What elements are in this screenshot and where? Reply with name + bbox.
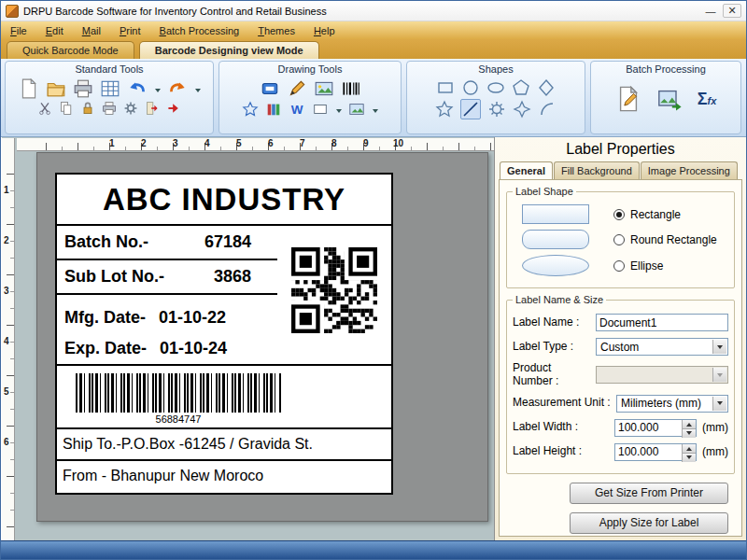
sublot-value: 3868	[214, 267, 251, 287]
star-shape-icon[interactable]	[435, 100, 454, 119]
tab-fill-background[interactable]: Fill Background	[554, 161, 640, 179]
label-height-input[interactable]	[615, 444, 679, 460]
app-window: DRPU Barcode Software for Inventory Cont…	[0, 0, 747, 560]
image-batch-icon[interactable]	[656, 86, 683, 112]
label-ship-to-text[interactable]: Ship To.-P.O.Box -61245 / Gravida St.	[57, 429, 391, 461]
chevron-down-icon[interactable]	[712, 397, 726, 411]
pencil-icon[interactable]	[287, 78, 307, 99]
apply-size-for-label-button[interactable]: Apply Size for Label	[570, 512, 728, 534]
get-size-from-printer-button[interactable]: Get Size From Printer	[570, 483, 728, 504]
label-type-select[interactable]: Custom	[596, 338, 728, 356]
ruler-number: 1	[109, 138, 115, 148]
barcode-scanner-icon[interactable]	[260, 78, 280, 99]
open-folder-icon[interactable]	[46, 78, 66, 99]
undo-dropdown-caret[interactable]	[155, 89, 161, 95]
menu-batch-processing[interactable]: Batch Processing	[160, 25, 240, 36]
rectangle-preview[interactable]	[522, 204, 589, 224]
menu-mail[interactable]: Mail	[82, 25, 101, 36]
exit-icon[interactable]	[166, 101, 181, 116]
print-icon[interactable]	[73, 78, 93, 99]
tab-image-processing[interactable]: Image Processing	[641, 161, 738, 179]
four-point-star-icon[interactable]	[513, 100, 531, 119]
menu-edit[interactable]: Edit	[46, 25, 63, 36]
rectangle-tool-icon[interactable]	[312, 101, 329, 118]
print-preview-icon[interactable]	[102, 101, 117, 116]
picture-tool-icon[interactable]	[348, 101, 365, 118]
circle-shape-icon[interactable]	[461, 78, 480, 97]
redo-icon[interactable]	[167, 78, 188, 99]
barcode-icon[interactable]	[341, 78, 361, 99]
cut-icon[interactable]	[37, 101, 52, 116]
books-icon[interactable]	[265, 101, 282, 118]
rectangle-radio[interactable]	[613, 209, 625, 220]
tab-quick-barcode-mode[interactable]: Quick Barcode Mode	[7, 41, 134, 59]
label-barcode-section[interactable]: 56884747	[57, 366, 391, 429]
label-width-spinner[interactable]	[614, 419, 697, 437]
label-height-spinner[interactable]	[614, 443, 697, 461]
measurement-unit-select[interactable]: Milimeters (mm)	[616, 395, 728, 413]
ruler-number: 2	[4, 235, 9, 245]
rectangle-tool-caret[interactable]	[336, 109, 342, 116]
round-rectangle-preview[interactable]	[522, 230, 589, 249]
label-mfg-row[interactable]: Mfg. Date- 01-10-22	[57, 302, 277, 333]
qr-code[interactable]	[291, 247, 377, 333]
label-name-input[interactable]	[596, 314, 728, 331]
menu-print[interactable]: Print	[120, 25, 141, 36]
pentagon-shape-icon[interactable]	[512, 78, 530, 97]
round-rectangle-option-label: Round Rectangle	[630, 233, 717, 246]
group-label: Standard Tools	[75, 63, 143, 75]
insert-image-icon[interactable]	[314, 78, 334, 99]
ellipse-shape-icon[interactable]	[486, 78, 505, 97]
mfg-label: Mfg. Date-	[64, 308, 146, 328]
label-name-size-legend: Label Name & Size	[513, 294, 606, 305]
ruler-number: 2	[141, 138, 147, 148]
label-width-input[interactable]	[615, 420, 679, 436]
menu-help[interactable]: Help	[314, 25, 335, 36]
redo-dropdown-caret[interactable]	[195, 89, 201, 95]
picture-tool-caret[interactable]	[373, 109, 378, 116]
line-shape-icon[interactable]	[460, 99, 481, 119]
window-title: DRPU Barcode Software for Inventory Cont…	[23, 6, 698, 17]
spin-up-icon[interactable]	[682, 420, 696, 428]
rectangle-shape-icon[interactable]	[436, 78, 455, 97]
edit-batch-icon[interactable]	[615, 86, 641, 112]
design-canvas[interactable]: 1 2 3 4 5 6 1 2 3 4 5 6 7 8 9 10 ABC IND…	[2, 137, 494, 540]
tab-general[interactable]: General	[500, 161, 553, 179]
diamond-shape-icon[interactable]	[537, 78, 556, 97]
label-exp-row[interactable]: Exp. Date- 01-10-24	[57, 333, 277, 364]
word-art-icon[interactable]: W	[289, 101, 305, 118]
ellipse-radio[interactable]	[613, 260, 625, 272]
export-icon[interactable]	[145, 101, 160, 116]
minimize-button[interactable]: —	[701, 4, 720, 18]
menu-themes[interactable]: Themes	[258, 25, 295, 36]
menu-file[interactable]: File	[10, 25, 27, 36]
new-document-icon[interactable]	[19, 78, 39, 99]
group-label: Drawing Tools	[278, 63, 343, 75]
spin-down-icon[interactable]	[682, 428, 696, 438]
label-design[interactable]: ABC INDUSTRY Batch No.- 67184 Sub Lot No…	[55, 173, 393, 495]
lock-icon[interactable]	[80, 101, 95, 116]
label-batch-row[interactable]: Batch No.- 67184	[57, 226, 277, 260]
gear-shape-icon[interactable]	[487, 100, 506, 119]
copy-icon[interactable]	[59, 101, 74, 116]
insert-table-icon[interactable]	[100, 78, 120, 99]
chevron-down-icon[interactable]	[712, 340, 726, 354]
label-from-text[interactable]: From - Bhanupur New Moroco	[57, 461, 391, 493]
label-properties-panel: Label Properties General Fill Background…	[494, 137, 746, 540]
tab-barcode-designing-view-mode[interactable]: Barcode Designing view Mode	[139, 41, 319, 59]
ruler-number: 8	[331, 138, 337, 148]
group-label: Shapes	[478, 63, 513, 75]
arc-shape-icon[interactable]	[538, 100, 557, 119]
spin-up-icon[interactable]	[682, 444, 696, 453]
measurement-unit-value: Milimeters (mm)	[621, 397, 701, 410]
close-button[interactable]: ✕	[723, 4, 741, 18]
ellipse-preview[interactable]	[522, 255, 589, 276]
formula-icon[interactable]: Σfx	[698, 91, 717, 107]
spin-down-icon[interactable]	[682, 453, 696, 462]
label-company-text[interactable]: ABC INDUSTRY	[57, 175, 391, 226]
undo-icon[interactable]	[127, 78, 148, 99]
label-sublot-row[interactable]: Sub Lot No.- 3868	[57, 260, 277, 295]
settings-icon[interactable]	[123, 101, 138, 116]
round-rectangle-radio[interactable]	[613, 234, 625, 245]
star-tool-icon[interactable]	[242, 101, 259, 118]
